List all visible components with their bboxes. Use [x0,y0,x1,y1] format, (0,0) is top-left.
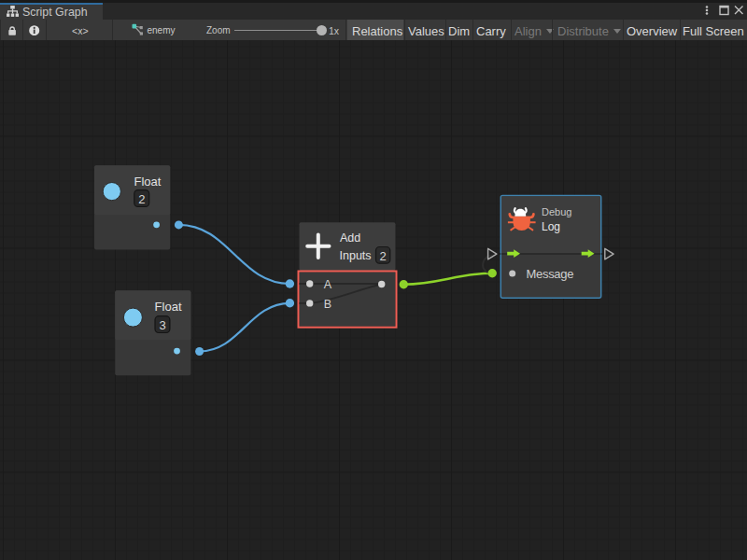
svg-text:Add: Add [340,231,360,245]
svg-text:Debug: Debug [542,206,571,217]
svg-text:B: B [324,297,331,310]
svg-text:3: 3 [159,318,165,332]
svg-text:2: 2 [380,248,387,262]
svg-text:A: A [324,277,332,290]
svg-text:Float: Float [155,300,182,314]
svg-text:Inputs: Inputs [340,248,372,261]
svg-text:Float: Float [134,175,162,189]
svg-text:Log: Log [542,220,560,233]
svg-text:Message: Message [527,266,574,280]
svg-text:2: 2 [138,191,145,205]
